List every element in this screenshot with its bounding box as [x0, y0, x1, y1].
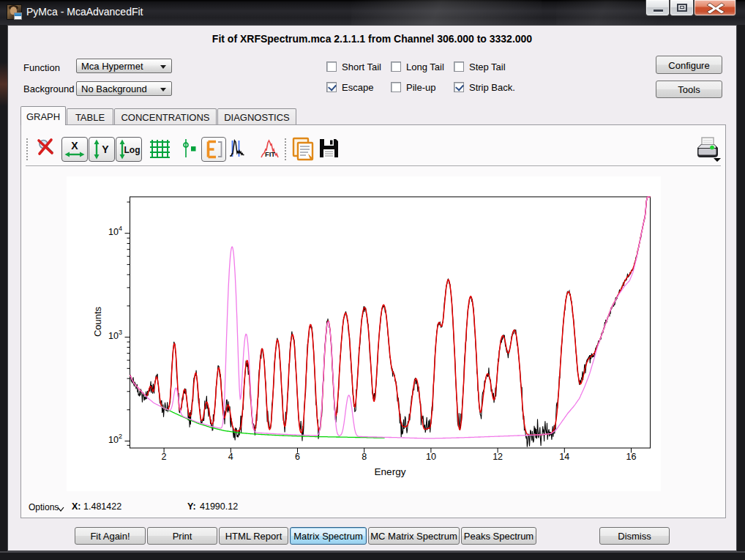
svg-text:6: 6 [295, 452, 300, 462]
svg-text:2: 2 [162, 452, 167, 462]
svg-text:FIT: FIT [265, 150, 275, 158]
svg-text:Energy: Energy [375, 466, 406, 477]
svg-text:Y: Y [102, 143, 109, 155]
svg-text:4: 4 [228, 452, 233, 462]
svg-text:16: 16 [626, 452, 637, 462]
svg-text:12: 12 [493, 452, 503, 462]
svg-text:X: X [71, 140, 78, 152]
svg-text:Counts: Counts [92, 306, 103, 337]
svg-text:8: 8 [362, 452, 367, 462]
svg-text:14: 14 [559, 452, 569, 462]
svg-text:Log: Log [124, 145, 141, 155]
svg-text:10: 10 [426, 452, 436, 462]
